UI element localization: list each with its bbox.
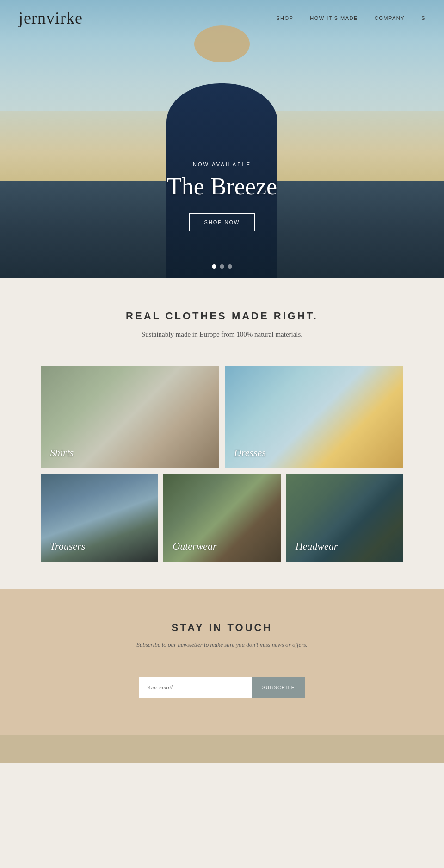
hero-cta-button[interactable]: SHOP NOW — [189, 213, 256, 231]
hero-background — [0, 0, 444, 278]
newsletter-divider — [213, 660, 231, 660]
main-nav: jernvirke SHOP HOW IT'S MADE COMPANY S — [0, 0, 444, 36]
product-grid: Shirts Dresses Trousers Outerwear Headwe… — [0, 366, 444, 589]
shirts-label: Shirts — [50, 447, 74, 459]
hero-dot-2[interactable] — [220, 264, 224, 269]
hero-dot-3[interactable] — [228, 264, 232, 269]
subscribe-button[interactable]: SUBSCRIBE — [252, 677, 305, 698]
product-grid-top-row: Shirts Dresses — [41, 366, 403, 468]
newsletter-form: SUBSCRIBE — [139, 677, 305, 698]
nav-search[interactable]: S — [421, 15, 426, 21]
outerwear-label: Outerwear — [173, 540, 216, 552]
nav-how-its-made[interactable]: HOW IT'S MADE — [310, 15, 358, 21]
hero-dot-1[interactable] — [212, 264, 216, 269]
headwear-label: Headwear — [296, 540, 338, 552]
newsletter-subtitle: Subscribe to our newsletter to make sure… — [18, 641, 426, 649]
dresses-label: Dresses — [234, 447, 266, 459]
product-card-outerwear[interactable]: Outerwear — [163, 474, 280, 562]
newsletter-title: STAY IN TOUCH — [18, 622, 426, 634]
logo[interactable]: jernvirke — [18, 8, 83, 28]
product-card-trousers[interactable]: Trousers — [41, 474, 158, 562]
tagline-subtitle: Sustainably made in Europe from 100% nat… — [18, 331, 426, 338]
product-card-shirts[interactable]: Shirts — [41, 366, 219, 468]
newsletter-section: STAY IN TOUCH Subscribe to our newslette… — [0, 589, 444, 735]
hero-content: NOW AVAILABLE The Breeze SHOP NOW — [130, 162, 314, 231]
hero-dots — [212, 264, 232, 269]
footer — [0, 735, 444, 763]
product-card-headwear[interactable]: Headwear — [286, 474, 403, 562]
product-grid-bottom-row: Trousers Outerwear Headwear — [41, 474, 403, 562]
product-card-dresses[interactable]: Dresses — [225, 366, 403, 468]
tagline-section: REAL CLOTHES MADE RIGHT. Sustainably mad… — [0, 278, 444, 366]
hero-title: The Breeze — [130, 173, 314, 200]
nav-links: SHOP HOW IT'S MADE COMPANY S — [276, 15, 426, 21]
nav-company[interactable]: COMPANY — [375, 15, 405, 21]
trousers-label: Trousers — [50, 540, 85, 552]
tagline-title: REAL CLOTHES MADE RIGHT. — [18, 310, 426, 322]
hero-section: NOW AVAILABLE The Breeze SHOP NOW — [0, 0, 444, 278]
nav-shop[interactable]: SHOP — [276, 15, 293, 21]
hero-subtitle: NOW AVAILABLE — [130, 162, 314, 167]
email-input[interactable] — [139, 677, 252, 698]
